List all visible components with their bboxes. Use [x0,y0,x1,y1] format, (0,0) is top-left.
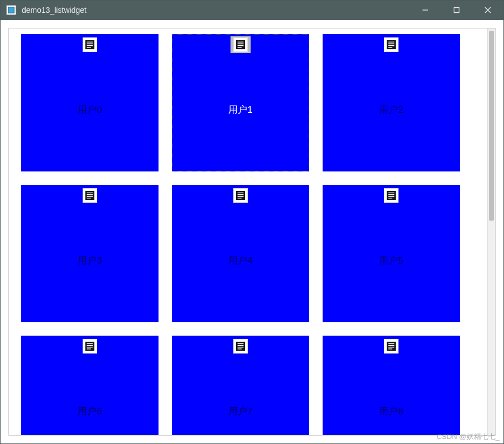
document-icon [83,188,97,203]
svg-rect-16 [387,40,396,49]
list-grid: 用户0用户1用户2用户3用户4用户5用户6用户7用户8 [9,28,487,435]
document-icon [233,37,248,52]
maximize-button[interactable] [441,1,472,20]
document-icon [233,188,248,203]
svg-rect-3 [454,8,459,13]
item-label: 用户1 [228,103,252,116]
icon-slot [381,338,401,355]
window-controls [410,1,503,20]
svg-rect-42 [238,343,244,343]
document-icon [233,339,248,354]
item-label: 用户2 [379,103,403,116]
svg-rect-9 [87,45,93,46]
svg-rect-22 [87,192,93,193]
document-icon [83,37,97,52]
svg-rect-27 [238,192,244,193]
svg-rect-32 [388,192,395,193]
icon-slot [80,187,100,204]
svg-rect-11 [236,40,245,49]
item-label: 用户6 [78,405,102,418]
svg-rect-49 [388,347,395,347]
svg-rect-8 [87,44,93,44]
window-title: demo13_listwidget [22,6,87,15]
vertical-scrollbar[interactable] [487,28,495,435]
icon-slot [231,338,251,355]
icon-slot [381,36,401,53]
item-label: 用户8 [379,405,403,418]
list-item[interactable]: 用户4 [172,185,309,322]
svg-rect-41 [236,342,245,351]
icon-slot [231,187,251,204]
svg-rect-28 [238,194,244,195]
svg-rect-21 [85,191,94,200]
svg-rect-44 [238,347,244,347]
svg-rect-50 [388,348,392,349]
list-item[interactable]: 用户1 [172,34,309,171]
svg-rect-13 [238,44,244,44]
svg-rect-10 [87,47,91,47]
svg-rect-33 [388,194,395,195]
item-label: 用户5 [379,254,403,267]
svg-rect-39 [87,347,93,347]
svg-rect-26 [236,191,245,200]
svg-rect-19 [388,45,395,46]
titlebar[interactable]: demo13_listwidget [1,1,503,20]
client-area: 用户0用户1用户2用户3用户4用户5用户6用户7用户8 [1,20,503,443]
icon-slot [381,187,401,204]
close-button[interactable] [472,1,503,20]
item-label: 用户4 [228,254,252,267]
svg-rect-14 [238,45,244,46]
svg-rect-7 [87,41,93,42]
svg-rect-34 [388,196,395,197]
list-item[interactable]: 用户2 [323,34,460,171]
list-item[interactable]: 用户7 [172,336,309,436]
app-icon [6,5,16,15]
minimize-button[interactable] [410,1,441,20]
list-widget[interactable]: 用户0用户1用户2用户3用户4用户5用户6用户7用户8 [8,28,496,436]
svg-rect-20 [388,47,392,47]
document-icon [83,339,97,354]
svg-rect-43 [238,345,244,346]
list-item[interactable]: 用户3 [21,185,159,322]
svg-rect-15 [238,47,242,47]
item-label: 用户7 [228,405,252,418]
svg-rect-47 [388,343,395,343]
svg-rect-12 [238,41,244,42]
document-icon [384,37,399,52]
svg-rect-46 [387,342,396,351]
svg-rect-0 [8,7,15,13]
svg-rect-36 [85,342,94,351]
svg-rect-29 [238,196,244,197]
list-item[interactable]: 用户5 [323,185,460,322]
item-label: 用户0 [78,103,102,116]
document-icon [384,339,399,354]
svg-rect-37 [87,343,93,343]
svg-rect-40 [87,348,91,349]
list-item[interactable]: 用户8 [323,336,460,436]
svg-rect-30 [238,198,242,198]
list-item[interactable]: 用户6 [21,336,159,436]
svg-rect-6 [85,40,94,49]
svg-rect-17 [388,41,395,42]
svg-rect-24 [87,196,93,197]
svg-rect-45 [238,348,242,349]
item-label: 用户3 [78,254,102,267]
document-icon [384,188,399,203]
svg-rect-35 [388,198,392,198]
list-item[interactable]: 用户0 [21,34,159,171]
svg-rect-18 [388,44,395,44]
scrollbar-thumb[interactable] [489,31,494,221]
icon-slot [231,36,251,53]
svg-rect-31 [387,191,396,200]
icon-slot [80,338,100,355]
svg-rect-38 [87,345,93,346]
svg-rect-48 [388,345,395,346]
app-window: demo13_listwidget 用户0用户1用户2用户3用户4用户5用户6用… [0,0,504,444]
icon-slot [80,36,100,53]
svg-rect-23 [87,194,93,195]
svg-rect-25 [87,198,91,198]
